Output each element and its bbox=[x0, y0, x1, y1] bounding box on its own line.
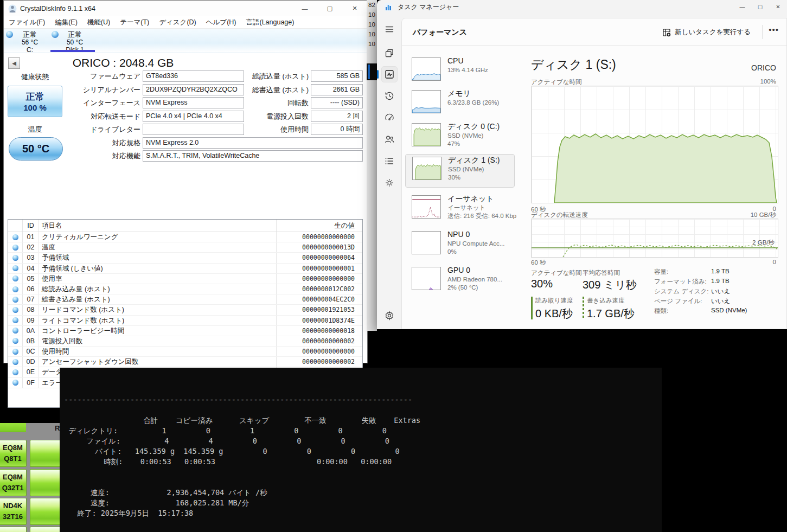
run-new-task-button[interactable]: 新しいタスクを実行する bbox=[658, 25, 755, 39]
close-icon[interactable]: ✕ bbox=[769, 0, 787, 13]
table-row[interactable]: 07 総書き込み量 (ホスト) 000000004EC2C0 bbox=[8, 294, 362, 305]
table-row[interactable]: 02 温度 0000000000013D bbox=[8, 242, 362, 253]
benchmark-result-cell bbox=[30, 469, 60, 496]
more-options-icon[interactable]: ••• bbox=[769, 25, 779, 34]
menu-function[interactable]: 機能(U) bbox=[82, 18, 115, 27]
drive-letter-field[interactable] bbox=[143, 124, 244, 135]
status-orb bbox=[12, 349, 18, 355]
smart-col-status bbox=[8, 220, 23, 232]
transfer-rate-max-label: 10 GB/秒 bbox=[751, 211, 776, 219]
crystaldiskinfo-window: CrystalDiskInfo 9.1.1 x64 — ▢ ✕ ファイル(F) … bbox=[3, 0, 368, 363]
field-label: 対応規格 bbox=[69, 137, 140, 149]
sliver-value: 10 bbox=[367, 10, 377, 20]
sidebar-item-memory[interactable]: メモリ 6.3/23.8 GB (26%) bbox=[405, 88, 515, 113]
minimize-icon[interactable]: — bbox=[733, 0, 751, 13]
settings-gear-icon[interactable] bbox=[382, 308, 397, 323]
menu-help[interactable]: ヘルプ(H) bbox=[201, 18, 241, 27]
disk-health-orb bbox=[6, 31, 13, 38]
table-row[interactable]: 0C 使用時間 00000000000000 bbox=[8, 347, 362, 357]
users-icon[interactable] bbox=[382, 132, 397, 147]
table-row[interactable]: 0D アンセーフシャットダウン回数 00000000000002 bbox=[8, 357, 362, 367]
smart-id: 08 bbox=[23, 305, 39, 315]
smart-name: 予備領域 bbox=[39, 253, 277, 262]
benchmark-button-rnd4k-q32t16[interactable]: ND4K 32T16 bbox=[0, 498, 27, 525]
rotation-rate-field[interactable]: ---- (SSD) bbox=[311, 97, 363, 108]
table-row[interactable]: 0B 電源投入回数 00000000000002 bbox=[8, 336, 362, 347]
transfer-rate-axis-label: ディスクの転送速度 bbox=[531, 211, 588, 219]
table-row[interactable]: 01 クリティカルワーニング 00000000000000 bbox=[8, 232, 362, 242]
temperature-button[interactable]: 50 °C bbox=[9, 137, 63, 161]
active-time-chart bbox=[531, 86, 778, 203]
sidebar-item-cpu[interactable]: CPU 13% 4.14 GHz bbox=[405, 55, 515, 81]
benchmark-button-rnd4k[interactable]: ND4K bbox=[0, 527, 27, 532]
processes-icon[interactable] bbox=[382, 46, 397, 61]
status-orb bbox=[12, 380, 18, 386]
power-on-hours-field[interactable]: 0 時間 bbox=[311, 124, 363, 135]
menu-file[interactable]: ファイル(F) bbox=[4, 18, 50, 27]
status-orb bbox=[12, 297, 18, 303]
smart-name: 使用時間 bbox=[39, 347, 277, 356]
maximize-icon[interactable]: ▢ bbox=[751, 0, 769, 13]
tm-sidebar: CPU 13% 4.14 GHz メモリ 6.3/23.8 GB (26%) bbox=[402, 46, 524, 329]
firmware-field[interactable]: GT8ed336 bbox=[143, 70, 244, 82]
field-label: ファームウェア bbox=[69, 70, 140, 82]
smart-raw-value: 00000001D8374E bbox=[277, 316, 362, 325]
performance-icon[interactable] bbox=[382, 67, 397, 82]
table-row[interactable]: 03 予備領域 00000000000064 bbox=[8, 253, 362, 263]
sidebar-item-disk0[interactable]: ディスク 0 (C:) SSD (NVMe) 47% bbox=[405, 121, 515, 148]
status-orb bbox=[12, 328, 18, 334]
maximize-icon[interactable]: ▢ bbox=[317, 1, 342, 16]
sidebar-item-ethernet[interactable]: イーサネット イーサネット 送信: 216 受信: 64.0 Kbp bbox=[405, 193, 515, 220]
read-header-fragment: R bbox=[55, 424, 60, 432]
sidebar-item-npu0[interactable]: NPU 0 NPU Compute Acc... 0% bbox=[405, 229, 515, 256]
menu-edit[interactable]: 編集(E) bbox=[50, 18, 82, 27]
features-field[interactable]: S.M.A.R.T., TRIM, VolatileWriteCache bbox=[143, 150, 363, 162]
table-row[interactable]: 08 リードコマンド数 (ホスト) 00000001921053 bbox=[8, 305, 362, 315]
table-row[interactable]: 09 ライトコマンド数 (ホスト) 00000001D8374E bbox=[8, 316, 362, 326]
health-status-button[interactable]: 正常 100 % bbox=[8, 86, 62, 117]
write-speed-label: 書き込み速度 bbox=[587, 297, 625, 305]
total-writes-field[interactable]: 2661 GB bbox=[311, 84, 363, 95]
menu-theme[interactable]: テーマ(T) bbox=[115, 18, 154, 27]
power-on-count-field[interactable]: 2 回 bbox=[311, 111, 363, 122]
table-row[interactable]: 0A コントローラービジー時間 00000000000018 bbox=[8, 326, 362, 336]
minimize-icon[interactable]: — bbox=[292, 1, 317, 16]
sidebar-item-disk1-selected[interactable]: ディスク 1 (S:) SSD (NVMe) 30% bbox=[405, 154, 515, 188]
table-row[interactable]: 06 総読み込み量 (ホスト) 0000000012C002 bbox=[8, 284, 362, 294]
field-label: 回転数 bbox=[248, 97, 309, 108]
services-icon[interactable] bbox=[382, 175, 397, 190]
hamburger-menu-icon[interactable] bbox=[382, 22, 397, 37]
interface-field[interactable]: NVM Express bbox=[143, 97, 244, 108]
startup-apps-icon[interactable] bbox=[382, 110, 397, 125]
status-orb bbox=[12, 369, 18, 375]
transfer-mode-field[interactable]: PCIe 4.0 x4 | PCIe 4.0 x4 bbox=[143, 111, 244, 122]
table-row[interactable]: 04 予備領域 (しきい値) 00000000000001 bbox=[8, 264, 362, 274]
disk-type-value: SSD (NVMe) bbox=[711, 307, 747, 313]
disk-name: C: bbox=[14, 46, 46, 54]
benchmark-result-cell bbox=[30, 527, 60, 532]
status-orb bbox=[12, 286, 18, 292]
smart-id: 03 bbox=[23, 253, 39, 262]
npu-mini-chart bbox=[412, 231, 441, 254]
smart-raw-value: 00000000000002 bbox=[277, 357, 362, 367]
sidebar-item-gpu0[interactable]: GPU 0 AMD Radeon 780... 2% (50 °C) bbox=[405, 265, 515, 292]
tm-titlebar[interactable]: タスク マネージャー — ▢ ✕ bbox=[377, 0, 787, 14]
cdi-titlebar[interactable]: CrystalDiskInfo 9.1.1 x64 — ▢ ✕ bbox=[4, 1, 367, 16]
smart-rows: 01 クリティカルワーニング 00000000000000 02 温度 0000… bbox=[8, 232, 362, 388]
close-icon[interactable]: ✕ bbox=[342, 1, 367, 16]
transfer-rate-chart: 2 GB/秒 bbox=[531, 219, 778, 258]
benchmark-button-seq8m-q32t1[interactable]: EQ8M Q32T1 bbox=[0, 469, 27, 496]
smart-id: 06 bbox=[23, 284, 39, 294]
terminal-window[interactable]: ----------------------------------------… bbox=[60, 368, 662, 532]
table-row[interactable]: 05 使用率 00000000000000 bbox=[8, 274, 362, 284]
benchmark-button-seq8m-q8t1[interactable]: EQ8M Q8T1 bbox=[0, 440, 27, 467]
standard-field[interactable]: NVM Express 2.0 bbox=[143, 137, 363, 149]
details-icon[interactable] bbox=[382, 153, 397, 169]
sliver-value: 10 bbox=[367, 20, 377, 29]
menu-disk[interactable]: ディスク(D) bbox=[154, 18, 201, 27]
total-reads-field[interactable]: 585 GB bbox=[311, 70, 363, 82]
menu-language[interactable]: 言語(Language) bbox=[241, 18, 299, 27]
disk-tab-c[interactable]: 正常 56 °C C: bbox=[14, 31, 46, 54]
app-history-icon[interactable] bbox=[382, 88, 397, 104]
serial-field[interactable]: 2DUX9PZQDYR2BQ2XZQCO bbox=[143, 84, 244, 95]
